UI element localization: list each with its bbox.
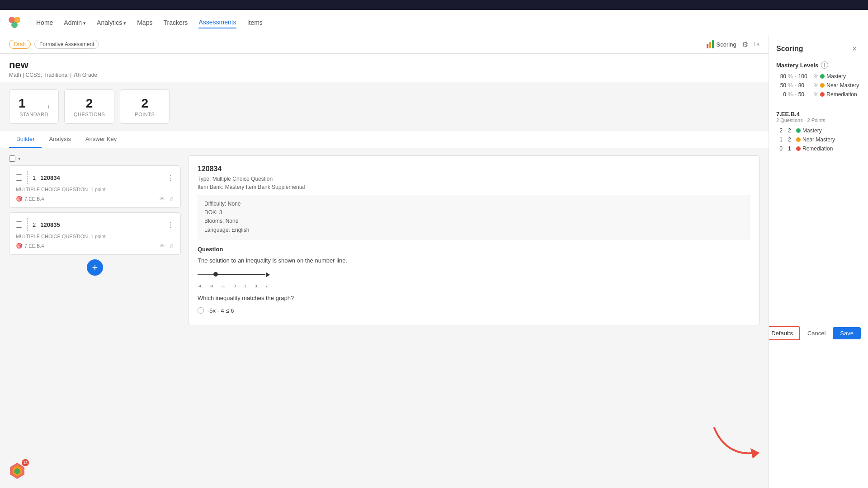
detail-type: Type: Multiple Choice Question xyxy=(198,176,750,182)
question-2-print-icon[interactable]: 🖨 xyxy=(169,243,174,249)
nav-assessments[interactable]: Assessments xyxy=(198,17,236,28)
std-total-1: 2 xyxy=(788,136,794,143)
assessment-title: new xyxy=(9,59,760,71)
nav-trackers[interactable]: Trackers xyxy=(163,17,188,28)
detail-item-bank: Item Bank: Mastery Item Bank Supplementa… xyxy=(198,184,750,190)
assessment-header: Draft Formative Assessment Scoring ⚙ La xyxy=(0,35,769,54)
question-2-header: 2 120835 ⋮ xyxy=(16,218,174,231)
question-2-menu[interactable]: ⋮ xyxy=(167,221,174,229)
mastery-row-remediation: 0 % - 50 % Remediation xyxy=(776,91,861,98)
mastery-from-0: 80 xyxy=(776,73,786,80)
tabs-bar: Builder Analysis Answer Key xyxy=(0,131,769,148)
mastery-pct2-0: % xyxy=(814,73,819,80)
tab-builder[interactable]: Builder xyxy=(9,131,42,148)
nav-items[interactable]: Items xyxy=(247,17,263,28)
question-1-eye-icon[interactable]: 👁 xyxy=(160,196,165,202)
draft-badge: Draft xyxy=(9,40,31,49)
avatar-badge: 12 xyxy=(22,459,29,466)
question-2-drag[interactable] xyxy=(27,218,28,231)
avatar-icon[interactable]: 12 xyxy=(7,461,27,481)
tab-answer-key[interactable]: Answer Key xyxy=(78,131,124,148)
select-all-checkbox[interactable] xyxy=(9,155,15,162)
question-2-type: MULTIPLE CHOICE QUESTION 1 point xyxy=(16,234,174,239)
answer-text-1: -5x - 4 ≤ 6 xyxy=(208,307,234,314)
nav-admin[interactable]: Admin xyxy=(64,17,86,28)
question-1-drag[interactable] xyxy=(27,171,28,184)
mastery-from-2: 0 xyxy=(776,91,786,98)
standard-row-remediation: 0 - 1 Remediation xyxy=(776,145,861,152)
add-question-button[interactable]: + xyxy=(87,259,103,276)
question-2-eye-icon[interactable]: 👁 xyxy=(160,243,165,249)
question-2-actions: 👁 🖨 xyxy=(160,243,174,249)
mastery-dash-0: - xyxy=(795,73,797,80)
scoring-panel-close[interactable]: × xyxy=(848,42,861,55)
svg-point-2 xyxy=(11,22,18,28)
mastery-row-mastery: 80 % - 100 % Mastery xyxy=(776,73,861,80)
stats-row: 1 ℹ STANDARD 2 QUESTIONS 2 POINTS xyxy=(0,82,769,131)
defaults-button[interactable]: Defaults xyxy=(769,326,800,340)
mastery-sep-2: % xyxy=(788,91,793,98)
std-score-2: 0 xyxy=(776,145,783,152)
detail-blooms: Blooms: None xyxy=(204,217,743,225)
avatar-area[interactable]: 12 xyxy=(7,461,27,481)
stat-info-icon[interactable]: ℹ xyxy=(47,104,49,110)
mastery-pct2-1: % xyxy=(814,82,819,89)
question-2-standard: 🎯 7.EE.B.4 xyxy=(16,243,44,249)
stat-standards-number: 1 xyxy=(19,96,26,111)
std-dot-2 xyxy=(796,146,801,151)
nav-home[interactable]: Home xyxy=(36,17,53,28)
question-2-footer: 🎯 7.EE.B.4 👁 🖨 xyxy=(16,243,174,249)
cancel-button[interactable]: Cancel xyxy=(804,327,829,339)
mastery-to-2: 50 xyxy=(798,91,812,98)
scoring-label: Scoring xyxy=(717,41,736,48)
question-2-num: 2 xyxy=(33,221,36,228)
question-1-checkbox[interactable] xyxy=(16,174,22,181)
question-card-2[interactable]: 2 120835 ⋮ MULTIPLE CHOICE QUESTION 1 po… xyxy=(9,212,181,255)
stat-questions-number: 2 xyxy=(86,96,93,111)
tab-analysis[interactable]: Analysis xyxy=(42,131,78,148)
question-1-print-icon[interactable]: 🖨 xyxy=(169,196,174,202)
mastery-dash-2: - xyxy=(795,91,797,98)
standard-row-mastery: 2 - 2 Mastery xyxy=(776,127,861,134)
layout-label: La xyxy=(754,41,760,47)
mastery-label-1: Near Mastery xyxy=(826,82,859,89)
nav-analytics[interactable]: Analytics xyxy=(97,17,126,28)
mastery-info-icon[interactable]: i xyxy=(821,61,828,69)
mastery-label-0: Mastery xyxy=(826,73,846,80)
detail-question-id: 120834 xyxy=(198,165,750,173)
stat-points: 2 POINTS xyxy=(120,89,170,124)
question-text: The solution to an inequality is shown o… xyxy=(198,256,750,265)
question-1-type: MULTIPLE CHOICE QUESTION 1 point xyxy=(16,187,174,192)
scoring-panel: Scoring × Mastery Levels i 80 % - 100 % … xyxy=(769,35,868,488)
question-1-actions: 👁 🖨 xyxy=(160,196,174,202)
stat-standards-label: STANDARD xyxy=(19,112,48,117)
std-score-1: 1 xyxy=(776,136,783,143)
mastery-pct2-2: % xyxy=(814,91,819,98)
stat-questions-label: QUESTIONS xyxy=(74,112,105,117)
badge-row: Draft Formative Assessment xyxy=(9,40,99,49)
question-1-header: 1 120834 ⋮ xyxy=(16,171,174,184)
detail-dok: DOK: 3 xyxy=(204,208,743,217)
select-all-chevron[interactable]: ▾ xyxy=(18,156,21,162)
mastery-from-1: 50 xyxy=(776,82,786,89)
builder-area: ▾ 1 120834 ⋮ xyxy=(0,148,769,333)
mastery-row-near: 50 % - 80 % Near Mastery xyxy=(776,82,861,89)
gear-icon[interactable]: ⚙ xyxy=(742,40,748,49)
std-dash-1: - xyxy=(784,136,786,143)
radio-1[interactable] xyxy=(198,307,204,314)
question-2-checkbox[interactable] xyxy=(16,221,22,228)
detail-difficulty: Difficulty: None xyxy=(204,200,743,208)
mastery-to-0: 100 xyxy=(798,73,812,80)
title-area: new Math | CCSS: Traditional | 7th Grade xyxy=(0,54,769,82)
save-button[interactable]: Save xyxy=(833,327,861,339)
question-section-title: Question xyxy=(198,246,750,253)
question-1-menu[interactable]: ⋮ xyxy=(167,174,174,182)
std-label-2: Remediation xyxy=(802,145,833,152)
standard-code: 7.EE.B.4 xyxy=(776,111,861,117)
mastery-dash-1: - xyxy=(795,82,797,89)
question-detail-panel: 120834 Type: Multiple Choice Question It… xyxy=(188,155,760,325)
scoring-button[interactable]: Scoring xyxy=(707,40,736,48)
logo[interactable] xyxy=(7,15,22,30)
question-card-1[interactable]: 1 120834 ⋮ MULTIPLE CHOICE QUESTION 1 po… xyxy=(9,165,181,208)
nav-maps[interactable]: Maps xyxy=(137,17,152,28)
